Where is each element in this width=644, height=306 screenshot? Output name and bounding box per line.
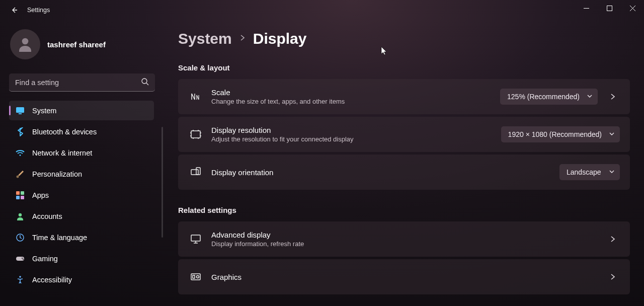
sidebar-item-label: Personalization [32, 170, 82, 178]
monitor-icon [186, 233, 205, 245]
back-button[interactable] [6, 2, 22, 18]
svg-point-29 [197, 276, 199, 278]
setting-title: Graphics [211, 273, 598, 281]
arrow-left-icon [10, 6, 18, 14]
sidebar-item-label: Network & internet [32, 149, 92, 157]
svg-rect-1 [607, 6, 612, 11]
chevron-down-icon [609, 168, 615, 176]
bluetooth-icon [15, 127, 25, 137]
monitor-icon [15, 106, 25, 116]
setting-desc: Adjust the resolution to fit your connec… [211, 135, 501, 143]
section-title-scale-layout: Scale & layout [178, 63, 630, 72]
profile-block[interactable]: tashreef shareef [9, 29, 160, 59]
person-icon [16, 35, 34, 53]
svg-rect-14 [21, 196, 24, 199]
sidebar-item-label: Gaming [32, 255, 58, 263]
svg-rect-28 [193, 275, 195, 278]
section-title-related: Related settings [178, 206, 630, 214]
graphics-icon [186, 271, 205, 283]
setting-desc: Change the size of text, apps, and other… [211, 98, 500, 105]
svg-point-4 [22, 38, 29, 45]
sidebar-item-label: Accessibility [32, 276, 72, 284]
svg-point-20 [19, 276, 21, 278]
orientation-dropdown[interactable]: Landscape [559, 164, 620, 180]
clock-globe-icon [15, 233, 25, 243]
minimize-button[interactable] [575, 0, 598, 16]
window-title: Settings [27, 7, 50, 14]
setting-resolution[interactable]: Display resolution Adjust the resolution… [178, 117, 630, 152]
sidebar-item-apps[interactable]: Apps [9, 185, 154, 205]
svg-rect-13 [16, 196, 20, 199]
close-button[interactable] [621, 0, 644, 16]
resolution-icon [186, 128, 205, 140]
person-icon [15, 211, 25, 221]
svg-point-15 [19, 213, 22, 216]
svg-rect-24 [191, 235, 200, 241]
advanced-display-button[interactable] [606, 236, 620, 243]
apps-icon [15, 190, 25, 200]
breadcrumb: System Display [178, 30, 630, 47]
chevron-right-icon [609, 236, 616, 243]
scale-icon [186, 91, 205, 103]
sidebar-item-label: Apps [32, 191, 49, 199]
sidebar-item-label: Time & language [32, 234, 87, 242]
sidebar-item-gaming[interactable]: Gaming [9, 249, 154, 268]
setting-desc: Display information, refresh rate [211, 240, 598, 248]
setting-title: Display orientation [211, 168, 559, 177]
wifi-icon [15, 148, 25, 158]
minimize-icon [584, 6, 589, 11]
svg-point-5 [142, 79, 147, 84]
search-input[interactable] [9, 73, 155, 92]
chevron-right-icon [239, 34, 246, 43]
avatar [10, 29, 40, 59]
scale-dropdown[interactable]: 125% (Recommended) [500, 89, 598, 105]
dropdown-value: 125% (Recommended) [507, 93, 580, 101]
scale-details-button[interactable] [606, 93, 620, 100]
dropdown-value: Landscape [567, 168, 601, 176]
accessibility-icon [15, 275, 25, 285]
chevron-down-icon [587, 93, 593, 101]
setting-title: Scale [211, 88, 500, 97]
svg-line-6 [146, 83, 148, 85]
setting-orientation[interactable]: Display orientation Landscape [178, 155, 630, 190]
sidebar-item-label: Accounts [32, 212, 62, 220]
svg-point-9 [20, 155, 21, 156]
chevron-right-icon [609, 273, 616, 280]
sidebar-item-network[interactable]: Network & internet [9, 143, 154, 163]
sidebar-scrollbar[interactable] [162, 127, 163, 238]
gamepad-icon [15, 254, 25, 264]
sidebar-item-accessibility[interactable]: Accessibility [9, 270, 154, 289]
sidebar-item-personalization[interactable]: Personalization [9, 164, 154, 184]
svg-rect-21 [191, 131, 200, 138]
maximize-button[interactable] [598, 0, 621, 16]
chevron-right-icon [609, 93, 616, 100]
sidebar-item-accounts[interactable]: Accounts [9, 206, 154, 226]
search-icon [141, 78, 149, 88]
setting-title: Advanced display [211, 231, 598, 239]
svg-point-10 [17, 175, 19, 178]
close-icon [630, 6, 635, 11]
username: tashreef shareef [47, 40, 106, 49]
breadcrumb-parent[interactable]: System [178, 30, 232, 47]
dropdown-value: 1920 × 1080 (Recommended) [508, 130, 602, 138]
graphics-button[interactable] [606, 273, 620, 280]
sidebar-item-bluetooth[interactable]: Bluetooth & devices [9, 122, 154, 141]
svg-rect-11 [16, 191, 20, 195]
svg-rect-22 [191, 170, 198, 175]
sidebar-item-label: System [32, 107, 56, 115]
svg-rect-7 [16, 107, 24, 113]
resolution-dropdown[interactable]: 1920 × 1080 (Recommended) [501, 126, 620, 142]
sidebar-item-time-language[interactable]: Time & language [9, 227, 154, 247]
breadcrumb-current: Display [253, 30, 307, 47]
chevron-down-icon [609, 130, 615, 138]
svg-point-18 [22, 257, 23, 258]
setting-scale[interactable]: Scale Change the size of text, apps, and… [178, 79, 630, 114]
setting-title: Display resolution [211, 126, 501, 134]
sidebar-item-label: Bluetooth & devices [32, 128, 97, 136]
paintbrush-icon [15, 169, 25, 179]
svg-rect-8 [19, 113, 22, 114]
setting-graphics[interactable]: Graphics [178, 259, 630, 294]
setting-advanced-display[interactable]: Advanced display Display information, re… [178, 221, 630, 257]
sidebar-item-system[interactable]: System [9, 101, 154, 120]
orientation-icon [186, 166, 205, 178]
